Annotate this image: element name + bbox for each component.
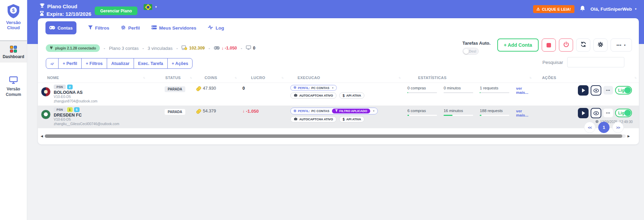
play-icon [582,88,585,92]
progress-fill [407,92,408,93]
row-more-button[interactable]: ••• [603,109,613,117]
play-button[interactable] [578,108,589,118]
progress-track [480,92,509,93]
sidebar-item-versao-comum[interactable]: Versão Comum [0,73,27,101]
tab-meus-servidores[interactable]: Meus Servidores [152,25,196,31]
view-button[interactable] [591,85,601,96]
settings-button[interactable] [593,38,607,52]
tab-log[interactable]: Log [208,25,224,31]
progress-track [407,115,437,116]
table-row: PSN 2 BOLOGNA AS V10-E0-D5 zhangjun8704@… [38,83,639,106]
warning-icon: ⚠ [537,7,540,11]
progress-fill [444,115,453,116]
robot-icon [294,94,298,98]
stats-cell: 6 compras 16 minutos 188 requests ver ma… [403,107,534,117]
eye-icon [593,89,599,92]
tarefas-auto-toggle[interactable]: Desl [463,48,479,55]
view-button[interactable] [591,108,601,118]
lig-toggle[interactable]: Lig [615,109,632,117]
sort-icon[interactable]: ↑↓ [398,76,400,79]
coins-icon [196,86,201,91]
separator: - [241,46,242,51]
tab-contas[interactable]: Contas [45,21,76,34]
autocaptcha-badge: AUTOCAPTCHA ATIVO [290,92,336,99]
plan-title: Plano Cloud [47,3,77,9]
language-selector[interactable]: ▼ [144,4,157,10]
add-perfil-button[interactable]: + Perfil [58,58,82,69]
play-button[interactable] [578,85,589,96]
api-badge: $ API ATIVA [339,92,364,99]
plug-icon [50,46,53,51]
tabs: Contas Filtros Perfil Meus Servidores Lo… [45,21,224,34]
row-more-button[interactable]: ••• [603,86,613,95]
lig-toggle[interactable]: Lig [615,86,632,95]
account-version: V10-E0-D5 [54,118,119,122]
progress-track [407,92,437,93]
count-badge: 2 [67,85,73,89]
scroll-left-arrow[interactable]: ◀ [41,135,43,138]
stats-cell: 0 compras 0 minutos 1 requests ver mais.… [403,85,534,95]
select-all-button[interactable] [46,58,59,69]
progress-fill [480,92,480,93]
count-badge: 5 [74,107,80,112]
progress-track [444,115,473,116]
platform-badge: PSN [54,107,66,112]
manage-plan-button[interactable]: Gerenciar Plano [95,7,137,15]
power-button[interactable] [559,38,573,52]
chevron-down-icon: ▼ [332,87,334,89]
account-version: V10-E0-D5 [54,95,97,99]
account-controls: Tarefas Auto. Desl + Add Conta ••• ▼ [463,38,632,55]
gamepad-icon [214,46,220,51]
perfil-pill[interactable]: PERFIL: PC CONTAS ▼ [290,85,337,91]
ver-mais-link[interactable]: ver mais... [516,109,534,117]
status-row: plugin 2.1.28 conectado - Plano 3 contas… [46,44,255,52]
club-avatar [41,110,51,119]
next-page-button[interactable]: >> [612,122,624,133]
user-menu[interactable]: Olá, FutSniperWeb ▼ [591,7,637,12]
sort-icon[interactable]: ↑↓ [634,76,636,79]
sort-icon[interactable]: ↑↓ [529,76,531,79]
more-actions-button[interactable]: ••• ▼ [611,38,632,52]
gear-icon [598,42,603,49]
sidebar-item-dashboard[interactable]: Dashboard [0,41,27,63]
eye-icon [593,111,599,115]
perfil-pill[interactable]: PERFIL: PC CONTAS FILTRO APLICADO ▼ [290,108,378,114]
scrollbar-track[interactable] [45,134,626,138]
atualizar-button[interactable]: Atualizar [107,58,134,69]
current-page[interactable]: 1 [598,122,610,133]
check-double-icon [50,62,54,66]
add-conta-button[interactable]: + Add Conta [497,38,539,52]
alert-badge[interactable]: ⚠ CLIQUE E LEIA! [533,5,574,13]
bell-icon[interactable] [580,6,585,13]
separator: - [142,46,144,51]
search-input[interactable] [567,57,624,67]
tab-filtros[interactable]: Filtros [88,25,109,31]
refresh-button[interactable] [576,38,590,52]
scrollbar-thumb[interactable] [45,134,622,138]
laptop-coins-icon [181,45,187,51]
plan-expiry: Expira: 12/10/2026 [46,11,91,17]
account-email: zhangliu__GilessCecil00746@outlook.com [54,122,119,126]
sort-icon[interactable]: ↑↓ [281,76,283,79]
add-filtros-button[interactable]: + Filtros [81,58,107,69]
prev-page-button[interactable]: << [584,122,595,133]
scroll-right-arrow[interactable]: ▶ [627,135,630,138]
account-email: zhangjun8704@outlook.com [54,99,97,104]
acoes-button[interactable]: + Ações [167,58,193,69]
stat-requests: 188 requests [480,109,512,113]
progress-track [480,115,509,116]
search-label: Pesquisar [542,60,563,65]
autocaptcha-badge: AUTOCAPTCHA ATIVO [290,116,336,122]
exec-tarefa-button[interactable]: Exec. Tarefa [134,58,168,69]
tab-perfil[interactable]: Perfil [121,25,140,31]
sort-icon[interactable]: ↑↓ [143,76,145,79]
chevron-down-icon: ▼ [373,110,375,112]
sort-icon[interactable]: ↑↓ [190,76,191,79]
stop-all-button[interactable] [542,38,556,52]
server-icon [152,25,157,31]
chevron-down-icon: ▼ [624,44,626,46]
sort-icon[interactable]: ↑↓ [235,76,236,79]
ver-mais-link[interactable]: ver mais... [516,86,534,95]
tarefas-auto-label: Tarefas Auto. [463,41,493,46]
plan-block: Plano Cloud Expira: 12/10/2026 [40,2,91,18]
